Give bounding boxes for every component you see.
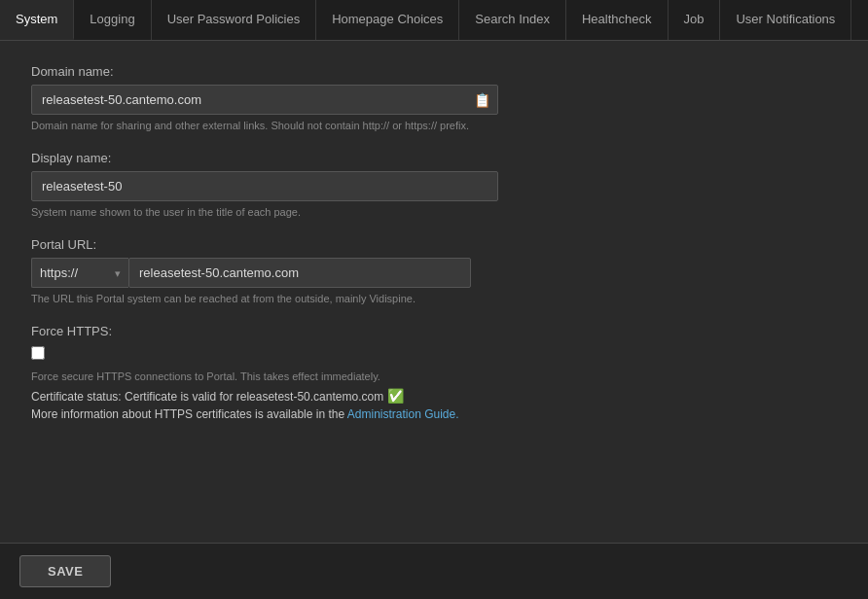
domain-name-input[interactable] [31, 85, 498, 115]
portal-url-row: https:// http:// [31, 258, 837, 288]
portal-url-hint: The URL this Portal system can be reache… [31, 293, 837, 304]
cert-valid-icon: ✅ [387, 388, 404, 404]
bottom-bar: SAVE [0, 543, 868, 599]
display-name-group: Display name: System name shown to the u… [31, 151, 837, 218]
protocol-wrapper: https:// http:// [31, 258, 128, 288]
save-button[interactable]: SAVE [19, 555, 111, 587]
tab-logging[interactable]: Logging [74, 0, 151, 40]
tab-system[interactable]: System [0, 0, 74, 40]
display-name-input[interactable] [31, 171, 498, 201]
portal-url-input[interactable] [128, 258, 471, 288]
tab-healthcheck[interactable]: Healthcheck [566, 0, 669, 40]
tab-user-notifications[interactable]: User Notifications [720, 0, 851, 40]
force-https-hint: Force secure HTTPS connections to Portal… [31, 370, 837, 382]
force-https-group: Force HTTPS: Force secure HTTPS connecti… [31, 324, 837, 421]
content-area: Domain name: 📋 Domain name for sharing a… [0, 41, 868, 464]
admin-guide-link[interactable]: Administration Guide. [347, 407, 459, 421]
copy-icon: 📋 [474, 92, 490, 108]
portal-url-group: Portal URL: https:// http:// The URL thi… [31, 237, 837, 304]
domain-name-input-wrapper: 📋 [31, 85, 498, 115]
tab-homepage-choices[interactable]: Homepage Choices [316, 0, 459, 40]
tab-job[interactable]: Job [669, 0, 721, 40]
domain-name-group: Domain name: 📋 Domain name for sharing a… [31, 64, 837, 131]
display-name-hint: System name shown to the user in the tit… [31, 206, 837, 218]
portal-url-label: Portal URL: [31, 237, 837, 252]
display-name-label: Display name: [31, 151, 837, 165]
admin-guide-line: More information about HTTPS certificate… [31, 407, 837, 421]
protocol-select[interactable]: https:// http:// [31, 258, 128, 288]
cert-status: Certificate status: Certificate is valid… [31, 388, 837, 404]
tab-search-index[interactable]: Search Index [459, 0, 566, 40]
domain-name-label: Domain name: [31, 64, 837, 79]
domain-name-hint: Domain name for sharing and other extern… [31, 120, 837, 131]
tab-bar: System Logging User Password Policies Ho… [0, 0, 868, 41]
force-https-label: Force HTTPS: [31, 324, 837, 338]
force-https-checkbox[interactable] [31, 346, 45, 360]
tab-user-password-policies[interactable]: User Password Policies [152, 0, 317, 40]
